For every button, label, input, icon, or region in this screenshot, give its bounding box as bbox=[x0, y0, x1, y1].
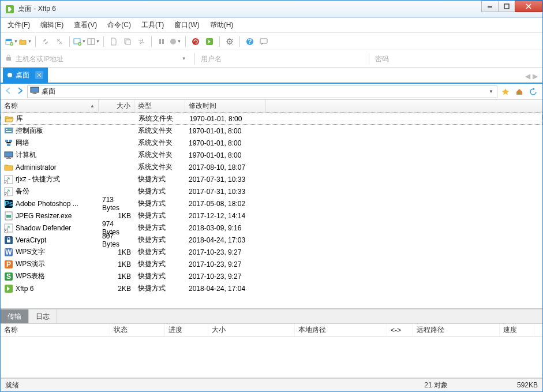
file-name-cell: 计算机 bbox=[1, 150, 99, 160]
file-name: rjxz - 快捷方式 bbox=[16, 174, 60, 184]
link-button[interactable] bbox=[39, 35, 52, 48]
file-row[interactable]: rjxz - 快捷方式快捷方式2017-07-31, 10:33 bbox=[1, 173, 542, 185]
file-name: 库 bbox=[16, 114, 23, 124]
red-swirl-icon[interactable] bbox=[189, 35, 202, 48]
xcol-name[interactable]: 名称 bbox=[1, 324, 110, 336]
stop-record-button[interactable]: ▼ bbox=[169, 35, 182, 48]
back-button[interactable] bbox=[4, 87, 13, 96]
file-row[interactable]: PWPS演示1KB快捷方式2017-10-23, 9:27 bbox=[1, 258, 542, 270]
file-row[interactable]: 库系统文件夹1970-01-01, 8:00 bbox=[1, 113, 542, 125]
new-session-button[interactable]: ▼ bbox=[5, 35, 18, 48]
file-row[interactable]: 计算机系统文件夹1970-01-01, 8:00 bbox=[1, 149, 542, 161]
separator bbox=[369, 53, 369, 65]
green-app-icon[interactable] bbox=[203, 35, 216, 48]
column-type[interactable]: 类型 bbox=[134, 100, 185, 112]
menu-command[interactable]: 命令(C) bbox=[107, 20, 131, 30]
file-row[interactable]: Administrator系统文件夹2017-08-10, 18:07 bbox=[1, 161, 542, 173]
new-window-button[interactable]: ▼ bbox=[73, 35, 86, 48]
xcol-remote[interactable]: 远程路径 bbox=[413, 324, 500, 336]
close-button[interactable] bbox=[515, 1, 542, 12]
tab-transfer[interactable]: 传输 bbox=[1, 309, 29, 323]
transfer-body[interactable] bbox=[1, 337, 542, 378]
maximize-button[interactable] bbox=[498, 1, 515, 12]
app-icon bbox=[5, 5, 14, 14]
menu-file[interactable]: 文件(F) bbox=[8, 20, 30, 30]
file-row[interactable]: 控制面板系统文件夹1970-01-01, 8:00 bbox=[1, 125, 542, 137]
status-bar: 就绪 21 对象 592KB bbox=[1, 379, 542, 391]
file-type-cell: 快捷方式 bbox=[134, 271, 185, 281]
pause-button[interactable] bbox=[155, 35, 168, 48]
home-button[interactable] bbox=[514, 86, 525, 98]
file-row[interactable]: VeraCrypt807 Bytes快捷方式2018-04-24, 17:03 bbox=[1, 234, 542, 246]
file-row[interactable]: SWPS表格1KB快捷方式2017-10-23, 9:27 bbox=[1, 270, 542, 282]
minimize-button[interactable] bbox=[481, 1, 499, 12]
xcol-size[interactable]: 大小 bbox=[208, 324, 295, 336]
file-type-cell: 快捷方式 bbox=[134, 186, 185, 196]
svg-rect-31 bbox=[5, 140, 8, 142]
file-row[interactable]: Xftp 62KB快捷方式2018-04-24, 17:04 bbox=[1, 282, 542, 294]
help-button[interactable]: ? bbox=[244, 35, 256, 48]
xcol-status[interactable]: 状态 bbox=[110, 324, 165, 336]
menubar: 文件(F) 编辑(E) 查看(V) 命令(C) 工具(T) 窗口(W) 帮助(H… bbox=[1, 18, 542, 33]
file-row[interactable]: Shadow Defender974 Bytes快捷方式2018-03-09, … bbox=[1, 222, 542, 234]
tab-right-icon[interactable]: ▶ bbox=[533, 72, 538, 80]
column-name[interactable]: 名称▲ bbox=[1, 100, 99, 112]
forward-button[interactable] bbox=[16, 87, 25, 96]
transfer-panel: 名称 状态 进度 大小 本地路径 <-> 远程路径 速度 bbox=[1, 324, 542, 379]
xcol-speed[interactable]: 速度 bbox=[500, 324, 534, 336]
menu-window[interactable]: 窗口(W) bbox=[174, 20, 199, 30]
svg-text:Ps: Ps bbox=[5, 200, 13, 208]
settings-button[interactable] bbox=[223, 35, 236, 48]
titlebar: 桌面 - Xftp 6 bbox=[1, 1, 542, 18]
sort-asc-icon: ▲ bbox=[90, 103, 95, 109]
layout-button[interactable]: ▼ bbox=[87, 35, 100, 48]
tab-close-button[interactable] bbox=[35, 71, 43, 79]
file-row[interactable]: JPEG Resizer.exe1KB快捷方式2017-12-12, 14:14 bbox=[1, 210, 542, 222]
file-modified-cell: 2017-10-23, 9:27 bbox=[185, 272, 266, 281]
file-name-cell: 库 bbox=[1, 114, 99, 124]
host-dropdown-icon[interactable]: ▼ bbox=[182, 56, 186, 61]
file-name-cell: Shadow Defender bbox=[1, 223, 99, 233]
tab-log[interactable]: 日志 bbox=[29, 309, 57, 323]
favorite-button[interactable] bbox=[500, 86, 511, 98]
session-tab-desktop[interactable]: 桌面 bbox=[3, 68, 48, 83]
path-dropdown-icon[interactable]: ▼ bbox=[489, 89, 493, 94]
file-type-cell: 快捷方式 bbox=[134, 211, 185, 221]
svg-rect-26 bbox=[518, 92, 520, 95]
file-icon bbox=[4, 175, 13, 184]
host-input[interactable] bbox=[16, 55, 178, 63]
column-modified[interactable]: 修改时间 bbox=[185, 100, 266, 112]
transfer-right-button[interactable] bbox=[135, 35, 148, 48]
menu-help[interactable]: 帮助(H) bbox=[210, 20, 234, 30]
file-row[interactable]: PsAdobe Photoshop ...713 Bytes快捷方式2017-0… bbox=[1, 197, 542, 210]
menu-view[interactable]: 查看(V) bbox=[74, 20, 97, 30]
file-modified-cell: 2017-10-23, 9:27 bbox=[185, 260, 266, 268]
path-field[interactable]: 桌面 ▼ bbox=[27, 85, 497, 98]
file-list-body[interactable]: 库系统文件夹1970-01-01, 8:00控制面板系统文件夹1970-01-0… bbox=[1, 113, 542, 308]
user-input[interactable] bbox=[201, 55, 364, 63]
unlink-button[interactable] bbox=[53, 35, 66, 48]
menu-edit[interactable]: 编辑(E) bbox=[40, 20, 63, 30]
file-icon: Ps bbox=[4, 199, 13, 208]
xcol-local[interactable]: 本地路径 bbox=[295, 324, 387, 336]
svg-rect-1 bbox=[488, 6, 492, 8]
window-title: 桌面 - Xftp 6 bbox=[18, 4, 56, 14]
new-file-button[interactable] bbox=[107, 35, 120, 48]
copy-button[interactable] bbox=[121, 35, 134, 48]
tab-left-icon[interactable]: ◀ bbox=[525, 72, 530, 80]
file-row[interactable]: 备份快捷方式2017-07-31, 10:33 bbox=[1, 185, 542, 197]
session-tab-bar: 桌面 ◀ ▶ bbox=[1, 68, 542, 84]
file-row[interactable]: 网络系统文件夹1970-01-01, 8:00 bbox=[1, 137, 542, 149]
file-size-cell: 1KB bbox=[99, 260, 134, 268]
feedback-button[interactable] bbox=[257, 35, 270, 48]
menu-tools[interactable]: 工具(T) bbox=[141, 20, 164, 30]
column-size[interactable]: 大小 bbox=[99, 100, 134, 112]
svg-rect-40 bbox=[4, 193, 8, 196]
refresh-button[interactable] bbox=[527, 86, 539, 98]
xcol-progress[interactable]: 进度 bbox=[165, 324, 208, 336]
file-name-cell: PWPS演示 bbox=[1, 259, 99, 269]
password-input[interactable] bbox=[375, 55, 538, 63]
open-session-button[interactable]: ▼ bbox=[19, 35, 32, 48]
xcol-dir[interactable]: <-> bbox=[387, 324, 413, 336]
file-row[interactable]: WWPS文字1KB快捷方式2017-10-23, 9:27 bbox=[1, 246, 542, 258]
